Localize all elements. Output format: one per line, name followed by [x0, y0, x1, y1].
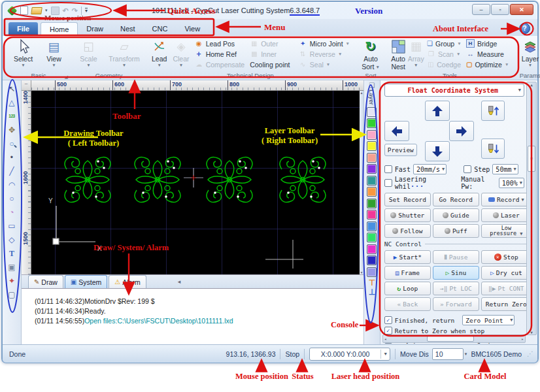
pie-icon[interactable]: ◔ [5, 206, 18, 219]
move-to-top-icon[interactable]: ⊤ [369, 278, 375, 287]
guide-button[interactable]: Guide [433, 208, 479, 222]
point-icon[interactable]: • [5, 151, 18, 164]
jog-down-button[interactable] [425, 141, 450, 161]
auto-nest-button[interactable]: AutoNest [389, 37, 407, 71]
system-log-console[interactable]: (01/11 14:46:32)MotionDrv $Rev: 199 $ (0… [22, 288, 363, 344]
compensate-button[interactable]: ☁Compensate [195, 60, 245, 69]
preview-button[interactable]: Preview [384, 144, 417, 156]
bridge-button[interactable]: HBridge [466, 39, 508, 48]
help-icon[interactable]: ? [519, 23, 530, 34]
set-record-button[interactable]: Set Record [384, 193, 431, 206]
layer-color-swatch[interactable] [367, 187, 377, 197]
arc-icon[interactable]: ◠ [5, 178, 18, 191]
tab-draw-view[interactable]: ✎Draw [28, 275, 63, 288]
nozzle-up-button[interactable] [481, 101, 505, 121]
clear-button[interactable]: ◈ Clear▼ [170, 37, 192, 67]
layer-color-swatch[interactable] [367, 267, 377, 277]
auto-sort-button[interactable]: ↻ Auto Sort▼ [356, 37, 385, 71]
outer-button[interactable]: ▦Outer [250, 39, 294, 48]
drawing-canvas[interactable]: Y X [31, 91, 360, 274]
pan-icon[interactable]: ✥ [5, 123, 18, 137]
customize-quick-access-icon[interactable]: ▾ [85, 8, 88, 14]
frame-button[interactable]: ▤Frame [384, 266, 431, 280]
back-button[interactable]: «Back [384, 297, 431, 311]
wand-icon[interactable]: ✦ [5, 274, 18, 287]
layer-color-swatch[interactable] [367, 118, 377, 128]
tab-file[interactable]: File [8, 22, 38, 36]
pt-loc-button[interactable]: →‖Pt LOC [433, 282, 479, 295]
reverse-button[interactable]: ⇅Reverse▼ [299, 50, 350, 58]
save-icon[interactable] [51, 7, 59, 15]
go-record-button[interactable]: Go Record [433, 193, 479, 206]
polygon-icon[interactable]: ◇ [5, 233, 18, 246]
nozzle-down-button[interactable] [481, 139, 505, 159]
maximize-button[interactable]: ▫ [491, 4, 509, 15]
transform-button[interactable]: ▱ Transform▼ [104, 37, 144, 67]
tab-home[interactable]: Home [41, 22, 78, 36]
layer-color-swatch[interactable] [367, 199, 377, 208]
zoom-icon[interactable]: ○ [5, 137, 18, 150]
layer-color-swatch[interactable] [367, 176, 377, 186]
finished-return-checkbox[interactable]: ✓ [384, 316, 392, 324]
return-to-zero-checkbox[interactable]: ✓ [384, 327, 392, 335]
manual-pw-dropdown[interactable]: 100%▼ [499, 178, 524, 188]
lasering-checkbox[interactable] [384, 179, 392, 187]
record-button[interactable]: Record▼ [481, 193, 532, 206]
layer-color-swatch[interactable] [367, 107, 377, 117]
scan-button[interactable]: ❐Scan▼ [427, 50, 461, 58]
tab-nest[interactable]: Nest [112, 22, 144, 36]
layer-color-swatch[interactable] [367, 153, 377, 163]
layer-color-swatch[interactable] [367, 221, 377, 231]
follow-button[interactable]: Follow [384, 224, 431, 238]
step-checkbox[interactable] [464, 165, 471, 173]
low-pressure-button[interactable]: Lowpressure ▼ [481, 224, 532, 238]
lead-pos-button[interactable]: ◉Lead Pos [195, 39, 245, 48]
redo-icon[interactable]: ↷ [72, 7, 78, 15]
puff-button[interactable]: Puff [433, 224, 479, 238]
jog-left-button[interactable] [384, 121, 409, 141]
close-button[interactable]: ✕ [510, 4, 533, 15]
laser-button[interactable]: Laser [481, 208, 532, 222]
stop-button[interactable]: ✕Stop [481, 250, 532, 264]
numbering-icon[interactable]: 123 [5, 110, 18, 123]
open-file-icon[interactable] [31, 7, 42, 14]
optimize-button[interactable]: ▢Optimize▼ [466, 60, 508, 69]
move-dis-input[interactable]: 10 [432, 348, 464, 360]
coordinate-system-dropdown[interactable]: Float Coordinate System▼ [384, 84, 524, 97]
move-to-bottom-icon[interactable]: ⊥ [369, 287, 375, 297]
fast-speed-dropdown[interactable]: 20mm/s▼ [413, 164, 447, 174]
layer-color-swatch[interactable] [367, 244, 377, 254]
tab-cnc[interactable]: CNC [144, 22, 177, 36]
view-button[interactable]: ▤ View▼ [39, 37, 69, 67]
tab-view[interactable]: View [176, 22, 209, 36]
step-size-dropdown[interactable]: 50mm▼ [492, 164, 518, 174]
panel-horizontal-scrollbar[interactable]: ◂▸ [382, 335, 526, 343]
select-button[interactable]: Select▼ [8, 37, 39, 67]
move-dis-dropdown-icon[interactable]: ▾ [465, 351, 467, 357]
seal-button[interactable]: ∿Seal▼ [299, 60, 350, 69]
scrollbar-thumb[interactable] [427, 336, 474, 342]
simulate-button[interactable]: ▷Sinu [433, 266, 479, 280]
home-ref-button[interactable]: +Home Ref [195, 50, 245, 58]
text-icon[interactable]: T [5, 247, 18, 260]
pt-cont-button[interactable]: ‖▶Pt CONT [481, 282, 532, 295]
jog-right-button[interactable] [449, 121, 474, 141]
drawing-objects[interactable] [65, 157, 326, 203]
resize-grip[interactable]: ⋰ [527, 350, 533, 357]
layer-color-swatch[interactable] [367, 164, 377, 174]
forward-button[interactable]: »Forward [433, 297, 479, 311]
circle-icon[interactable]: ○ [5, 192, 18, 205]
minimize-button[interactable]: – [472, 4, 490, 15]
laser-head-position-dropdown[interactable]: X:0.000 Y:0.000▼ [309, 348, 390, 361]
layer-color-swatch[interactable] [367, 255, 377, 265]
node-edit-icon[interactable]: △ [5, 96, 18, 109]
layers-stack-icon[interactable]: ❏ [369, 82, 375, 89]
shutter-button[interactable]: Shutter [384, 208, 431, 222]
scale-button[interactable]: ◱ Scale▼ [73, 37, 104, 67]
loop-button[interactable]: ↻Loop [384, 282, 431, 295]
tab-draw[interactable]: Draw [78, 22, 112, 36]
lead-button[interactable]: Lead▼ [148, 37, 170, 67]
open-dropdown-icon[interactable]: ▾ [45, 8, 48, 13]
pause-button[interactable]: ⅡPause [433, 250, 479, 264]
start-button[interactable]: ▶Start* [384, 250, 431, 264]
